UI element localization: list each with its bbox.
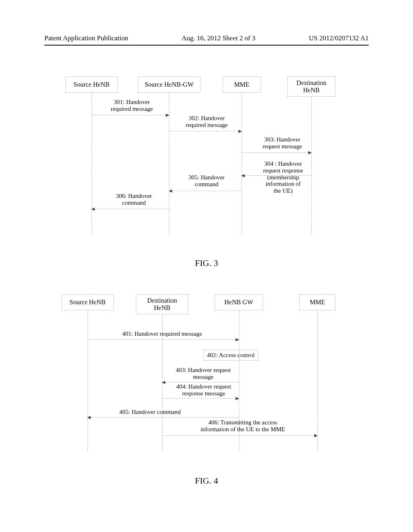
fig4-msg-403: 403: Handover requestmessage [167, 367, 240, 380]
figure-3-diagram: Source HeNB Source HeNB-GW MME Destinati… [65, 73, 348, 242]
figure-4-diagram: Source HeNB Destination HeNB HeNB GW MME… [61, 290, 352, 459]
fig4-note-402: 402: Access control [203, 350, 258, 361]
fig4-arrow-405 [88, 417, 239, 418]
fig3-msg-304: 304 : Handoverrequest response(membershi… [251, 160, 315, 194]
fig3-arrow-304 [242, 175, 311, 176]
fig3-arrow-302 [169, 131, 242, 131]
fig4-msg-401: 401: Handover required message [102, 330, 223, 337]
fig3-msg-306: 306: Handovercommand [106, 193, 162, 206]
fig3-arrow-303 [242, 152, 311, 153]
fig4-node-henb-gw: HeNB GW [215, 294, 263, 310]
fig3-node-dest-henb: Destination HeNB [287, 77, 336, 97]
fig4-arrow-403 [162, 382, 239, 382]
fig3-lifeline-mme [242, 93, 242, 234]
fig3-arrow-301 [92, 115, 169, 115]
header-right: US 2012/0207132 A1 [309, 34, 369, 42]
fig4-lifeline-mme [317, 310, 318, 451]
fig4-node-source-henb: Source HeNB [61, 294, 114, 310]
fig3-arrow-305 [169, 191, 242, 191]
fig3-arrow-306 [92, 209, 169, 209]
fig4-msg-405: 405: Handover command [106, 409, 194, 416]
fig3-node-source-henb-gw: Source HeNB-GW [138, 77, 200, 93]
fig4-arrow-401 [88, 339, 239, 340]
fig4-node-dest-henb: Destination HeNB [136, 294, 188, 314]
fig4-arrow-404 [162, 398, 239, 399]
fig4-msg-404: 404: Handover requestresponse message [165, 383, 242, 397]
fig3-msg-303: 303: Handoverrequest message [252, 136, 313, 150]
figure-3-caption: FIG. 3 [195, 258, 218, 268]
fig3-node-mme: MME [223, 77, 261, 93]
fig4-arrow-406 [162, 435, 317, 436]
header-center: Aug. 16, 2012 Sheet 2 of 3 [181, 34, 255, 42]
fig4-msg-406: 406: Transmitting the accessinformation … [178, 419, 307, 433]
fig3-msg-305: 305: Handovercommand [178, 174, 235, 188]
fig3-lifeline-src-henb [92, 93, 92, 234]
fig3-msg-301: 301: Handoverrequired message [100, 99, 164, 112]
fig3-msg-302: 302: Handoverrequired message [173, 115, 240, 129]
fig4-lifeline-src-henb [88, 310, 88, 451]
fig3-node-source-henb: Source HeNB [65, 77, 118, 93]
fig4-node-mme: MME [299, 294, 336, 310]
figure-4-caption: FIG. 4 [195, 476, 218, 486]
header-rule [44, 45, 369, 46]
page-header: Patent Application Publication Aug. 16, … [0, 34, 413, 42]
header-left: Patent Application Publication [44, 34, 128, 42]
